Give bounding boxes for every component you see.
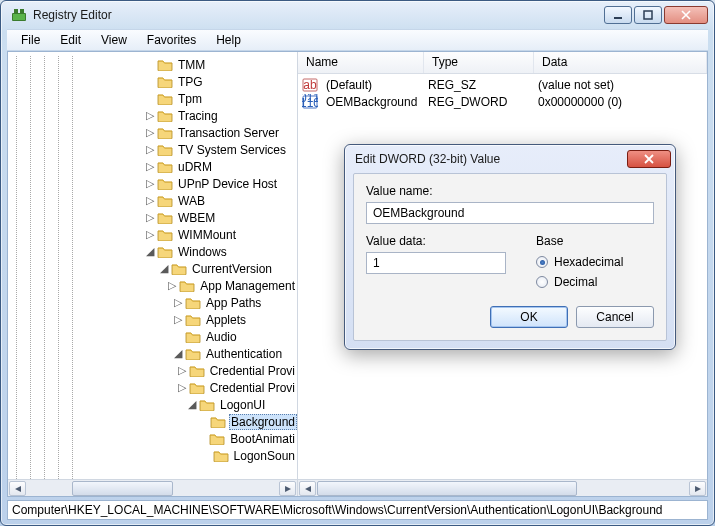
value-data-field[interactable]	[366, 252, 506, 274]
expand-right-icon[interactable]: ▷	[144, 109, 156, 122]
tree-node[interactable]: ◢LogonUI	[8, 396, 297, 413]
menu-file[interactable]: File	[11, 30, 50, 50]
ok-button[interactable]: OK	[490, 306, 568, 328]
scroll-left-arrow-icon[interactable]: ◂	[9, 481, 26, 496]
tree-node[interactable]: ▷WBEM	[8, 209, 297, 226]
tree-node[interactable]: ▷WIMMount	[8, 226, 297, 243]
scroll-thumb[interactable]	[72, 481, 172, 496]
value-row[interactable]: 011110OEMBackgroundREG_DWORD0x00000000 (…	[298, 93, 707, 110]
menu-view[interactable]: View	[91, 30, 137, 50]
svg-text:110: 110	[302, 96, 318, 110]
value-data-label: Value data:	[366, 234, 506, 248]
radio-decimal[interactable]: Decimal	[536, 275, 623, 289]
tree-node[interactable]: ▷Applets	[8, 311, 297, 328]
expand-right-icon[interactable]: ▷	[144, 228, 156, 241]
expand-down-icon[interactable]: ◢	[186, 398, 198, 411]
dialog-titlebar[interactable]: Edit DWORD (32-bit) Value	[345, 145, 675, 173]
tree-node[interactable]: BootAnimati	[8, 430, 297, 447]
tree-node[interactable]: ▷UPnP Device Host	[8, 175, 297, 192]
menu-favorites[interactable]: Favorites	[137, 30, 206, 50]
tree-node[interactable]: ◢Windows	[8, 243, 297, 260]
radio-label: Decimal	[554, 275, 597, 289]
column-type[interactable]: Type	[424, 52, 534, 73]
dialog-close-button[interactable]	[627, 150, 671, 168]
radio-icon[interactable]	[536, 276, 548, 288]
tree-node-label: Authentication	[204, 347, 284, 361]
expand-right-icon[interactable]: ▷	[144, 194, 156, 207]
tree-node[interactable]: ▷App Management	[8, 277, 297, 294]
value-data: 0x00000000 (0)	[534, 95, 707, 109]
expand-right-icon[interactable]: ▷	[176, 381, 187, 394]
scroll-right-arrow-icon[interactable]: ▸	[279, 481, 296, 496]
values-list[interactable]: ab(Default)REG_SZ(value not set)011110OE…	[298, 74, 707, 110]
expand-right-icon[interactable]: ▷	[176, 364, 187, 377]
tree-node[interactable]: ▷WAB	[8, 192, 297, 209]
minimize-button[interactable]	[604, 6, 632, 24]
tree-node[interactable]: LogonSoun	[8, 447, 297, 464]
expand-down-icon[interactable]: ◢	[172, 347, 184, 360]
tree-node[interactable]: TMM	[8, 56, 297, 73]
expand-right-icon[interactable]: ▷	[172, 313, 184, 326]
expand-right-icon[interactable]: ▷	[144, 160, 156, 173]
value-name: (Default)	[322, 78, 424, 92]
tree-horizontal-scrollbar[interactable]: ◂ ▸	[8, 479, 297, 496]
scroll-track[interactable]	[27, 481, 278, 496]
expand-down-icon[interactable]: ◢	[144, 245, 156, 258]
column-name[interactable]: Name	[298, 52, 424, 73]
tree-node[interactable]: Background	[8, 413, 297, 430]
tree-node-label: BootAnimati	[228, 432, 297, 446]
tree-node-label: Background	[229, 414, 297, 430]
svg-text:ab: ab	[303, 78, 317, 92]
tree-node-label: Transaction Server	[176, 126, 281, 140]
tree-node[interactable]: ▷Credential Provi	[8, 379, 297, 396]
tree-node-label: App Paths	[204, 296, 263, 310]
tree-node-label: Tpm	[176, 92, 204, 106]
radio-icon[interactable]	[536, 256, 548, 268]
tree-node[interactable]: ▷TV System Services	[8, 141, 297, 158]
tree-node[interactable]: Tpm	[8, 90, 297, 107]
tree-node[interactable]: TPG	[8, 73, 297, 90]
svg-rect-2	[14, 9, 18, 13]
scroll-right-arrow-icon[interactable]: ▸	[689, 481, 706, 496]
tree-pane[interactable]: TMMTPGTpm▷Tracing▷Transaction Server▷TV …	[8, 52, 298, 496]
tree-node[interactable]: ▷Tracing	[8, 107, 297, 124]
scroll-left-arrow-icon[interactable]: ◂	[299, 481, 316, 496]
tree-node[interactable]: ▷Transaction Server	[8, 124, 297, 141]
expand-right-icon[interactable]: ▷	[167, 279, 179, 292]
folder-icon	[189, 381, 205, 394]
menu-help[interactable]: Help	[206, 30, 251, 50]
expand-down-icon[interactable]: ◢	[158, 262, 170, 275]
tree-node[interactable]: ▷App Paths	[8, 294, 297, 311]
svg-rect-1	[13, 14, 25, 20]
folder-icon	[157, 211, 173, 224]
expand-right-icon[interactable]: ▷	[144, 126, 156, 139]
values-horizontal-scrollbar[interactable]: ◂ ▸	[298, 479, 707, 496]
scroll-thumb[interactable]	[317, 481, 577, 496]
app-icon	[11, 7, 27, 23]
dialog-body: Value name: Value data: Base Hexadecimal…	[353, 173, 667, 341]
value-row[interactable]: ab(Default)REG_SZ(value not set)	[298, 76, 707, 93]
tree-node-label: TMM	[176, 58, 207, 72]
cancel-button[interactable]: Cancel	[576, 306, 654, 328]
values-header[interactable]: Name Type Data	[298, 52, 707, 74]
folder-icon	[157, 75, 173, 88]
close-button[interactable]	[664, 6, 708, 24]
expand-right-icon[interactable]: ▷	[172, 296, 184, 309]
tree-node[interactable]: ▷Credential Provi	[8, 362, 297, 379]
scroll-track[interactable]	[317, 481, 688, 496]
tree-node[interactable]: ◢Authentication	[8, 345, 297, 362]
tree-node[interactable]: Audio	[8, 328, 297, 345]
maximize-button[interactable]	[634, 6, 662, 24]
radio-hexadecimal[interactable]: Hexadecimal	[536, 255, 623, 269]
column-data[interactable]: Data	[534, 52, 707, 73]
tree-node[interactable]: ▷uDRM	[8, 158, 297, 175]
tree-node[interactable]: ◢CurrentVersion	[8, 260, 297, 277]
expand-right-icon[interactable]: ▷	[144, 211, 156, 224]
titlebar[interactable]: Registry Editor	[1, 1, 714, 29]
expand-right-icon[interactable]: ▷	[144, 177, 156, 190]
menu-edit[interactable]: Edit	[50, 30, 91, 50]
registry-tree[interactable]: TMMTPGTpm▷Tracing▷Transaction Server▷TV …	[8, 52, 297, 479]
edit-dword-dialog[interactable]: Edit DWORD (32-bit) Value Value name: Va…	[344, 144, 676, 350]
expand-right-icon[interactable]: ▷	[144, 143, 156, 156]
folder-icon	[185, 347, 201, 360]
